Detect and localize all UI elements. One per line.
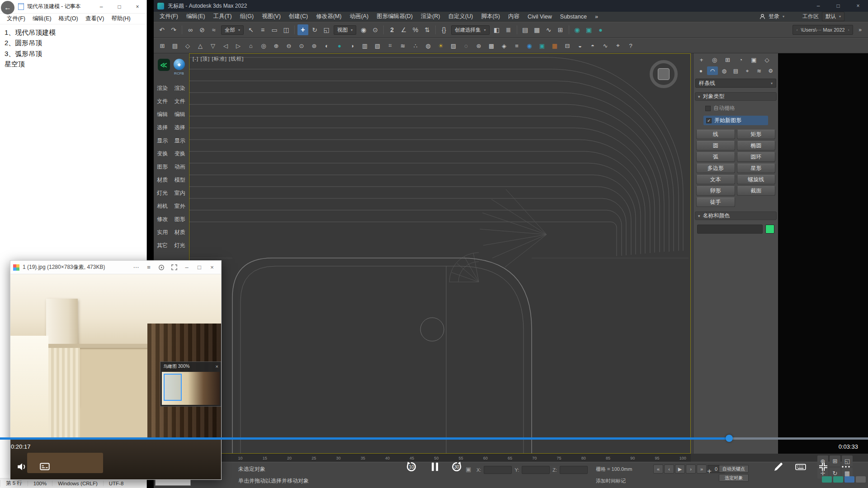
plugin-menu-item[interactable]: 其它	[154, 242, 171, 249]
max-menu-item[interactable]: 编辑(E)	[182, 13, 209, 20]
plugin-menu-item[interactable]: 材质	[154, 176, 171, 184]
video-progress-bar[interactable]	[0, 437, 868, 440]
modeling-tool-icon[interactable]: ◐	[321, 41, 333, 51]
percent-snap-icon[interactable]: %	[410, 24, 421, 35]
menu-overflow-button[interactable]: »	[591, 14, 602, 20]
shape-button[interactable]: 星形	[737, 164, 776, 173]
viewport[interactable]: [-] [顶] [标准] [线框]	[189, 53, 691, 454]
fullscreen-icon[interactable]	[168, 261, 180, 274]
plugin-menu-item[interactable]: 显示	[171, 137, 189, 145]
sun-light-icon[interactable]: ☀	[435, 41, 447, 51]
plugin-menu-item[interactable]: 文件	[171, 98, 189, 105]
shape-button[interactable]: 文本	[696, 175, 735, 184]
menu-icon[interactable]: ≡	[142, 261, 155, 274]
max-menu-item[interactable]: Civil View	[524, 14, 556, 20]
object-type-rollout-header[interactable]: ▾ 对象类型	[695, 92, 777, 101]
render-sphere-icon[interactable]: ●	[334, 41, 345, 51]
max-menu-item[interactable]: 自定义(U)	[444, 13, 477, 20]
rendered-frame-icon[interactable]: ▣	[584, 24, 594, 35]
max-menu-item[interactable]: 创建(C)	[285, 13, 312, 20]
modeling-tool-icon[interactable]: ◁	[220, 41, 231, 51]
modeling-tool-icon[interactable]: ▨	[448, 41, 459, 51]
separator[interactable]	[383, 25, 384, 34]
project-folder-widget[interactable]: ‹\Users\··· Max 2022›	[793, 25, 854, 35]
viewer-minimize-button[interactable]: –	[180, 261, 193, 274]
motion-tab-icon[interactable]: ◔	[735, 55, 747, 65]
modeling-tool-icon[interactable]: ◍	[422, 41, 434, 51]
max-menu-item[interactable]: 图形编辑器(D)	[373, 13, 417, 20]
max-menu-item[interactable]: 内容	[504, 13, 524, 20]
set-key-icon[interactable]: +	[707, 467, 712, 476]
viewer-maximize-button[interactable]: □	[193, 261, 206, 274]
teal-tool-icon[interactable]: ▣	[536, 41, 548, 51]
max-menu-item[interactable]: 工具(T)	[209, 13, 236, 20]
schematic-view-icon[interactable]: ⊞	[555, 24, 566, 35]
modeling-tool-icon[interactable]: ▧	[372, 41, 383, 51]
modeling-tool-icon[interactable]: ⌗	[384, 41, 396, 51]
plugin-menu-item[interactable]: 选择	[171, 124, 189, 131]
plugin-menu-item[interactable]: 动画	[171, 163, 189, 171]
separator[interactable]	[569, 25, 569, 34]
unlink-selection-icon[interactable]: ⊘	[197, 24, 208, 35]
selection-lock-icon[interactable]: ▣	[466, 466, 471, 473]
angle-snap-icon[interactable]: ∠	[398, 24, 409, 35]
notepad-minimize-button[interactable]: –	[92, 0, 110, 14]
shape-button[interactable]: 圆	[696, 141, 735, 150]
max-menu-item[interactable]: Substance	[556, 14, 591, 20]
curve-editor-icon[interactable]: ∿	[543, 24, 554, 35]
use-pivot-icon[interactable]: ◉	[358, 24, 369, 35]
next-frame-button[interactable]: ›	[686, 465, 696, 474]
plugin-quick-button[interactable]	[822, 476, 832, 483]
separator[interactable]	[517, 25, 517, 34]
notepad-menu-item[interactable]: 格式(O)	[56, 14, 81, 23]
rewind-10-button[interactable]: 10	[404, 459, 419, 474]
notepad-maximize-button[interactable]: □	[110, 0, 128, 14]
plugin-menu-item[interactable]: 实用	[154, 229, 171, 236]
spacewarps-category-icon[interactable]: ≋	[754, 66, 765, 75]
autogrid-checkbox-row[interactable]: 自动栅格	[705, 104, 778, 112]
video-progress-knob[interactable]	[726, 435, 733, 442]
ribbon-toggle-icon[interactable]: ▦	[532, 24, 542, 35]
separator[interactable]	[435, 25, 436, 34]
workspace-dropdown[interactable]: 默认▾	[822, 12, 844, 21]
blue-tool-icon[interactable]: ◉	[524, 41, 535, 51]
shrink-player-button[interactable]	[816, 459, 831, 474]
y-coordinate-field[interactable]	[522, 466, 550, 474]
snap-toggle-icon[interactable]: 2	[387, 24, 397, 35]
max-menu-item[interactable]: 动画(A)	[345, 13, 373, 20]
select-and-rotate-icon[interactable]: ↻	[309, 24, 320, 35]
orange-tool-icon[interactable]: ▦	[549, 41, 561, 51]
name-color-rollout-header[interactable]: ▾ 名称和颜色	[695, 211, 777, 220]
modeling-tool-icon[interactable]: ◓	[587, 41, 599, 51]
viewport-label[interactable]: [-] [顶] [标准] [线框]	[193, 56, 244, 62]
notepad-menu-item[interactable]: 文件(F)	[4, 14, 28, 23]
modeling-tool-icon[interactable]: ▩	[486, 41, 497, 51]
viewport-navigation-gizmo[interactable]	[650, 60, 678, 88]
window-crossing-icon[interactable]: ◫	[281, 24, 292, 35]
modeling-tool-icon[interactable]: ≋	[397, 41, 409, 51]
shape-button[interactable]: 螺旋线	[737, 175, 776, 184]
render-setup-icon[interactable]: ◉	[572, 24, 583, 35]
modeling-tool-icon[interactable]: △	[194, 41, 206, 51]
shapes-category-icon[interactable]: ◠	[707, 66, 718, 75]
modify-tab-icon[interactable]: ◎	[708, 55, 721, 65]
plugin-logo-blue-icon[interactable]: ◆	[174, 59, 185, 70]
modeling-tool-icon[interactable]: ⊚	[308, 41, 320, 51]
forward-30-button[interactable]: 30	[449, 459, 464, 474]
start-new-shape-checkbox-row[interactable]: ✓ 开始新图形	[703, 116, 768, 125]
modeling-tool-icon[interactable]: ⊛	[473, 41, 485, 51]
helpers-category-icon[interactable]: ⌖	[742, 66, 753, 75]
spinner-snap-icon[interactable]: ⇅	[422, 24, 433, 35]
notepad-close-button[interactable]: ×	[128, 0, 146, 14]
plugin-menu-item[interactable]: 灯光	[154, 189, 171, 197]
modeling-tool-icon[interactable]: ⊖	[283, 41, 295, 51]
plugin-menu-item[interactable]: 相机	[154, 202, 171, 210]
max-menu-item[interactable]: 组(G)	[236, 13, 258, 20]
plugin-menu-item[interactable]: 变换	[171, 150, 189, 158]
plugin-menu-item[interactable]: 文件	[154, 98, 171, 105]
notepad-menu-item[interactable]: 查看(V)	[82, 14, 108, 23]
plugin-menu-item[interactable]: 修改	[154, 216, 171, 223]
more-icon[interactable]: ⋯	[130, 261, 142, 274]
shape-type-dropdown[interactable]: 样条线 ▾	[695, 79, 776, 88]
select-and-move-icon[interactable]: +	[297, 24, 308, 35]
